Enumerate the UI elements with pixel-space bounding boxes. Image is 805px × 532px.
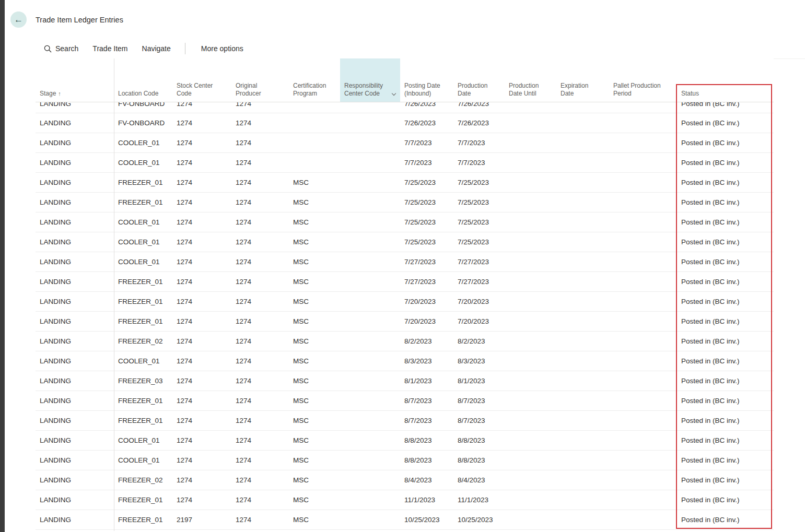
- cell-status[interactable]: Posted in (BC inv.): [677, 173, 774, 192]
- table-row[interactable]: LANDINGCOOLER_0112741274MSC8/3/20238/3/2…: [36, 351, 774, 371]
- cell-responsibility[interactable]: [340, 173, 400, 192]
- cell-posting[interactable]: 7/25/2023: [400, 212, 453, 232]
- cell-status[interactable]: Posted in (BC inv.): [677, 371, 774, 391]
- cell-stock[interactable]: 1274: [172, 113, 231, 133]
- cell-stage[interactable]: LANDING: [36, 332, 114, 351]
- cell-stock[interactable]: 2197: [172, 510, 231, 529]
- cell-production[interactable]: 7/26/2023: [453, 113, 505, 133]
- table-row[interactable]: LANDINGCOOLER_0112741274MSC8/8/20238/8/2…: [36, 451, 774, 470]
- cell-original[interactable]: 1274: [231, 312, 289, 331]
- cell-posting[interactable]: 7/25/2023: [400, 193, 453, 212]
- cell-production[interactable]: 8/1/2023: [453, 371, 505, 391]
- cell-production_until[interactable]: [505, 451, 556, 470]
- cell-stage[interactable]: LANDING: [36, 451, 114, 470]
- cell-status[interactable]: Posted in (BC inv.): [677, 232, 774, 252]
- cell-location[interactable]: COOLER_01: [114, 252, 172, 271]
- cell-production_until[interactable]: [505, 470, 556, 490]
- table-row[interactable]: LANDINGCOOLER_0112741274MSC7/27/20237/27…: [36, 252, 774, 272]
- cell-responsibility[interactable]: [340, 193, 400, 212]
- cell-certification[interactable]: MSC: [289, 451, 340, 470]
- table-row[interactable]: LANDINGCOOLER_01127412747/7/20237/7/2023…: [36, 153, 774, 173]
- cell-production_until[interactable]: [505, 332, 556, 351]
- cell-stage[interactable]: LANDING: [36, 411, 114, 430]
- cell-responsibility[interactable]: [340, 451, 400, 470]
- cell-status[interactable]: Posted in (BC inv.): [677, 431, 774, 450]
- cell-original[interactable]: 1274: [231, 272, 289, 291]
- cell-production_until[interactable]: [505, 232, 556, 252]
- cell-certification[interactable]: MSC: [289, 351, 340, 371]
- cell-stage[interactable]: LANDING: [36, 212, 114, 232]
- cell-stock[interactable]: 1274: [172, 470, 231, 490]
- cell-certification[interactable]: MSC: [289, 371, 340, 391]
- cell-responsibility[interactable]: [340, 312, 400, 331]
- cell-certification[interactable]: MSC: [289, 173, 340, 192]
- cell-pallet[interactable]: [609, 272, 677, 291]
- cell-location[interactable]: FV-ONBOARD: [114, 102, 172, 113]
- cell-stage[interactable]: LANDING: [36, 173, 114, 192]
- cell-stage[interactable]: LANDING: [36, 470, 114, 490]
- cell-stock[interactable]: 1274: [172, 411, 231, 430]
- cell-responsibility[interactable]: [340, 431, 400, 450]
- cell-production_until[interactable]: [505, 272, 556, 291]
- table-row[interactable]: LANDINGCOOLER_0112741274MSC8/8/20238/8/2…: [36, 431, 774, 451]
- cell-stock[interactable]: 1274: [172, 371, 231, 391]
- table-row[interactable]: LANDINGFREEZER_0112741274MSC8/7/20238/7/…: [36, 411, 774, 431]
- cell-stock[interactable]: 1274: [172, 351, 231, 371]
- cell-responsibility[interactable]: [340, 470, 400, 490]
- cell-stock[interactable]: 1274: [172, 173, 231, 192]
- table-row[interactable]: LANDINGFREEZER_0112741274MSC7/20/20237/2…: [36, 312, 774, 332]
- cell-location[interactable]: COOLER_01: [114, 212, 172, 232]
- cell-production[interactable]: 8/2/2023: [453, 332, 505, 351]
- cell-stage[interactable]: LANDING: [36, 133, 114, 152]
- cell-original[interactable]: 1274: [231, 113, 289, 133]
- cell-posting[interactable]: 10/25/2023: [400, 510, 453, 529]
- cell-production[interactable]: 8/8/2023: [453, 431, 505, 450]
- cell-pallet[interactable]: [609, 510, 677, 529]
- cell-stage[interactable]: LANDING: [36, 510, 114, 529]
- cell-original[interactable]: 1274: [231, 173, 289, 192]
- cell-certification[interactable]: MSC: [289, 193, 340, 212]
- cell-stage[interactable]: LANDING: [36, 102, 114, 113]
- cell-production_until[interactable]: [505, 292, 556, 311]
- cell-production[interactable]: 10/25/2023: [453, 510, 505, 529]
- cell-stock[interactable]: 1274: [172, 193, 231, 212]
- cell-posting[interactable]: 8/2/2023: [400, 332, 453, 351]
- cell-stage[interactable]: LANDING: [36, 490, 114, 510]
- column-header-production_until[interactable]: ProductionDate Until: [505, 58, 556, 102]
- cell-stage[interactable]: LANDING: [36, 391, 114, 410]
- table-row[interactable]: LANDINGFREEZER_0112741274MSC7/27/20237/2…: [36, 272, 774, 292]
- cell-expiration[interactable]: [556, 351, 609, 371]
- cell-responsibility[interactable]: [340, 510, 400, 529]
- cell-production_until[interactable]: [505, 193, 556, 212]
- cell-location[interactable]: COOLER_01: [114, 232, 172, 252]
- cell-responsibility[interactable]: [340, 391, 400, 410]
- cell-posting[interactable]: 7/27/2023: [400, 272, 453, 291]
- cell-stock[interactable]: 1274: [172, 102, 231, 113]
- cell-production[interactable]: 8/7/2023: [453, 391, 505, 410]
- table-row[interactable]: LANDINGFV-ONBOARD127412747/26/20237/26/2…: [36, 113, 774, 133]
- cell-pallet[interactable]: [609, 351, 677, 371]
- cell-original[interactable]: 1274: [231, 102, 289, 113]
- table-row[interactable]: LANDINGFREEZER_0112741274MSC7/25/20237/2…: [36, 193, 774, 212]
- cell-posting[interactable]: 8/8/2023: [400, 451, 453, 470]
- cell-stock[interactable]: 1274: [172, 332, 231, 351]
- table-row[interactable]: LANDINGFREEZER_0212741274MSC8/4/20238/4/…: [36, 470, 774, 490]
- cell-stage[interactable]: LANDING: [36, 153, 114, 172]
- cell-production[interactable]: 8/7/2023: [453, 411, 505, 430]
- table-row[interactable]: LANDINGFREEZER_0212741274MSC8/2/20238/2/…: [36, 332, 774, 351]
- column-header-responsibility[interactable]: ResponsibilityCenter Code: [340, 58, 400, 102]
- cell-production[interactable]: 7/7/2023: [453, 153, 505, 172]
- cell-responsibility[interactable]: [340, 113, 400, 133]
- cell-original[interactable]: 1274: [231, 391, 289, 410]
- cell-posting[interactable]: 8/3/2023: [400, 351, 453, 371]
- cell-status[interactable]: Posted in (BC inv.): [677, 272, 774, 291]
- cell-responsibility[interactable]: [340, 102, 400, 113]
- column-header-location[interactable]: Location Code: [114, 58, 172, 102]
- cell-original[interactable]: 1274: [231, 133, 289, 152]
- cell-production[interactable]: 7/20/2023: [453, 292, 505, 311]
- cell-stock[interactable]: 1274: [172, 292, 231, 311]
- menu-more-options[interactable]: More options: [201, 44, 243, 53]
- table-row[interactable]: LANDINGFREEZER_0112741274MSC11/1/202311/…: [36, 490, 774, 510]
- cell-responsibility[interactable]: [340, 153, 400, 172]
- cell-original[interactable]: 1274: [231, 332, 289, 351]
